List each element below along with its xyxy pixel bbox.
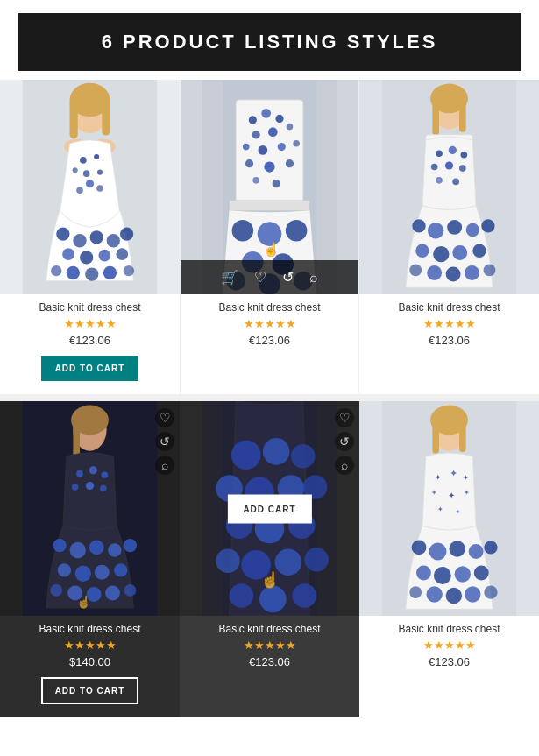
svg-point-145 — [469, 544, 484, 559]
svg-point-23 — [116, 248, 128, 260]
svg-point-104 — [50, 584, 62, 597]
heart-icon-overlay[interactable]: ♡ — [254, 269, 266, 286]
svg-point-18 — [107, 234, 120, 247]
svg-point-21 — [80, 251, 93, 264]
product-image-3 — [359, 80, 539, 294]
dress-image-6: ✦ ✦ ✦ ✦ ✦ ✦ ✦ ✦ — [359, 401, 539, 616]
svg-point-41 — [278, 143, 286, 151]
svg-point-78 — [452, 245, 467, 260]
svg-text:☝: ☝ — [76, 595, 92, 610]
heart-side-icon-4[interactable]: ♡ — [155, 408, 174, 427]
svg-point-74 — [466, 223, 479, 237]
svg-text:✦: ✦ — [448, 491, 455, 500]
svg-point-114 — [291, 444, 316, 469]
svg-point-80 — [409, 265, 422, 277]
svg-point-96 — [70, 542, 86, 558]
svg-point-81 — [427, 265, 442, 280]
add-to-cart-button-1[interactable]: ADD TO CART — [41, 356, 139, 381]
svg-point-148 — [434, 567, 451, 584]
product-row-1: Basic knit dress chest ★★★★★ €123.06 ADD… — [0, 80, 539, 401]
svg-point-17 — [90, 230, 103, 244]
dress-image-4: ☝ — [0, 401, 180, 616]
svg-point-91 — [102, 471, 109, 478]
svg-point-93 — [86, 482, 94, 490]
svg-point-84 — [484, 265, 496, 277]
product-card-2: ☝ 🛒 ♡ ↺ ⌕ Basic knit dress chest ★★★★★ €… — [180, 80, 359, 394]
svg-point-152 — [426, 586, 442, 602]
svg-point-90 — [89, 466, 97, 474]
svg-rect-4 — [102, 98, 110, 135]
zoom-side-icon-4[interactable]: ⌕ — [155, 456, 174, 475]
svg-point-68 — [459, 165, 466, 172]
svg-point-126 — [230, 583, 254, 608]
zoom-icon-overlay[interactable]: ⌕ — [309, 270, 318, 286]
svg-text:✦: ✦ — [450, 468, 457, 478]
svg-point-35 — [275, 115, 283, 123]
product-price-6: €123.06 — [359, 655, 539, 668]
svg-point-13 — [76, 187, 83, 194]
svg-point-97 — [89, 540, 104, 555]
svg-point-36 — [252, 131, 260, 138]
svg-point-150 — [474, 566, 489, 581]
svg-point-70 — [452, 179, 459, 186]
svg-point-153 — [446, 588, 462, 604]
compare-side-icon-4[interactable]: ↺ — [155, 432, 174, 451]
svg-point-82 — [446, 267, 461, 282]
svg-point-15 — [56, 227, 69, 240]
product-price-3: €123.06 — [359, 334, 539, 347]
svg-point-40 — [258, 145, 267, 155]
product-title-6: Basic knit dress chest — [363, 623, 535, 635]
svg-point-64 — [449, 146, 457, 154]
product-title-1: Basic knit dress chest — [4, 301, 176, 314]
product-stars-4: ★★★★★ — [0, 639, 180, 652]
svg-rect-61 — [459, 98, 466, 131]
svg-point-37 — [268, 127, 278, 137]
zoom-side-icon-5[interactable]: ⌕ — [335, 456, 354, 475]
product-card-3: Basic knit dress chest ★★★★★ €123.06 — [359, 80, 539, 394]
svg-point-128 — [293, 583, 317, 608]
svg-point-26 — [85, 267, 98, 280]
compare-icon-overlay[interactable]: ↺ — [282, 269, 294, 286]
svg-point-142 — [412, 540, 427, 555]
svg-point-127 — [259, 586, 287, 613]
svg-point-48 — [232, 220, 254, 242]
svg-point-11 — [73, 167, 78, 173]
product-price-5: €123.06 — [180, 655, 359, 668]
svg-point-95 — [53, 539, 66, 552]
add-to-cart-button-4[interactable]: ADD TO CART — [41, 677, 139, 704]
svg-point-149 — [455, 566, 471, 582]
product-image-2: ☝ 🛒 ♡ ↺ ⌕ — [181, 80, 358, 294]
svg-point-100 — [58, 563, 71, 576]
svg-point-144 — [450, 541, 465, 556]
product-image-6: ✦ ✦ ✦ ✦ ✦ ✦ ✦ ✦ — [359, 401, 539, 616]
product-stars-6: ★★★★★ — [359, 639, 539, 652]
add-to-cart-button-5[interactable]: ADD CART — [227, 494, 311, 523]
compare-side-icon-5[interactable]: ↺ — [335, 432, 354, 451]
svg-point-77 — [433, 246, 449, 262]
svg-point-69 — [436, 177, 443, 184]
cart-icon-overlay[interactable]: 🛒 — [221, 269, 238, 286]
svg-point-122 — [216, 548, 240, 573]
product-title-3: Basic knit dress chest — [363, 301, 535, 314]
svg-point-24 — [51, 265, 61, 276]
center-add-cart-5: ADD CART — [227, 494, 311, 523]
svg-point-103 — [114, 563, 127, 576]
svg-point-75 — [481, 219, 494, 232]
svg-point-108 — [124, 584, 137, 597]
svg-point-65 — [461, 152, 468, 159]
svg-rect-32 — [230, 201, 310, 210]
svg-point-46 — [252, 177, 259, 184]
svg-point-99 — [124, 539, 137, 552]
dress-image-3 — [359, 80, 539, 294]
svg-rect-133 — [459, 420, 466, 452]
product-title-5: Basic knit dress chest — [183, 623, 356, 635]
svg-point-146 — [484, 541, 497, 554]
svg-point-10 — [97, 170, 103, 175]
heart-side-icon-5[interactable]: ♡ — [335, 408, 354, 427]
svg-point-151 — [409, 586, 422, 598]
product-card-6: ✦ ✦ ✦ ✦ ✦ ✦ ✦ ✦ — [359, 401, 539, 717]
product-price-4: $140.00 — [0, 655, 180, 668]
svg-point-83 — [465, 265, 479, 280]
svg-rect-88 — [73, 420, 80, 456]
svg-text:✦: ✦ — [437, 505, 443, 513]
